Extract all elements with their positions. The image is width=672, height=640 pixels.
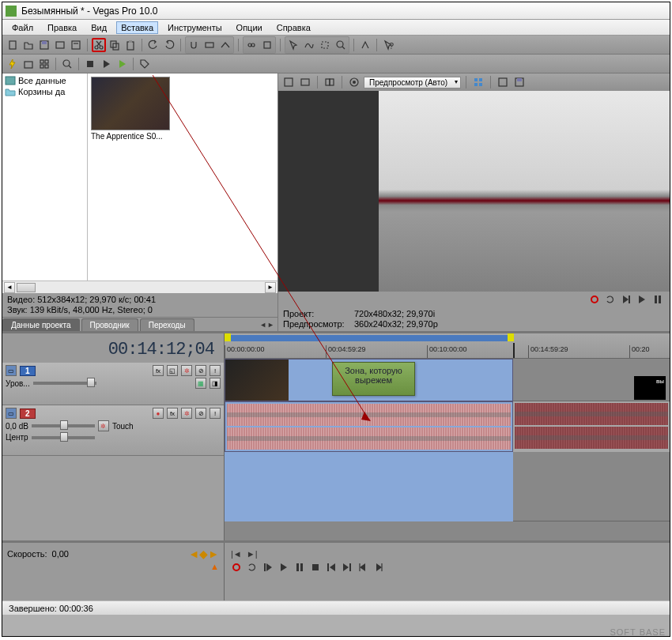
record-icon[interactable]	[231, 562, 242, 573]
split-screen-icon[interactable]	[323, 75, 337, 89]
auto-ripple-icon[interactable]	[202, 38, 217, 52]
track-min-icon[interactable]: ▭	[6, 365, 17, 376]
menu-insert[interactable]: Вставка	[116, 21, 158, 34]
menu-help[interactable]: Справка	[272, 21, 315, 34]
open-icon[interactable]	[21, 38, 36, 52]
go-start-icon[interactable]	[326, 562, 337, 573]
tab-project-data[interactable]: Данные проекта	[2, 318, 80, 331]
track-mute-icon[interactable]: ⊘	[195, 408, 206, 419]
menu-view[interactable]: Вид	[86, 21, 111, 34]
tree-trash[interactable]: Корзины да	[4, 86, 85, 97]
menu-tools[interactable]: Инструменты	[163, 21, 227, 34]
audio-track-lane[interactable]: 12 24 36 48	[225, 401, 670, 452]
paste-icon[interactable]	[123, 38, 138, 52]
audio-clip-2[interactable]	[513, 401, 670, 452]
import-icon[interactable]	[21, 57, 36, 71]
autoplay-icon[interactable]	[115, 57, 129, 71]
black-clip[interactable]: вы	[634, 376, 666, 400]
loop-icon[interactable]	[247, 562, 258, 573]
vol-slider[interactable]	[32, 424, 95, 427]
normal-edit-icon[interactable]	[286, 38, 300, 52]
menu-file[interactable]: Файл	[7, 21, 38, 34]
tag-icon[interactable]	[138, 57, 152, 71]
zoom-edit-icon[interactable]	[334, 38, 348, 52]
lightning-icon[interactable]	[6, 57, 20, 71]
undo-icon[interactable]	[146, 38, 160, 52]
pan-slider[interactable]	[32, 436, 95, 439]
properties-icon[interactable]	[69, 38, 83, 52]
ignore-event-icon[interactable]	[260, 38, 274, 52]
trimmer-icon[interactable]	[358, 38, 372, 52]
next-frame-icon[interactable]	[373, 562, 384, 573]
loop-start-marker[interactable]	[225, 333, 231, 341]
audio-track-header[interactable]: ▭ 2 ● fx ✲ ⊘ ! 0,0 dB ✲ Touch Центр	[2, 405, 224, 456]
menu-edit[interactable]: Правка	[43, 21, 81, 34]
scroll-left-icon[interactable]: ◄	[4, 282, 15, 293]
auto-crossfade-icon[interactable]	[218, 38, 232, 52]
tab-prev-icon[interactable]: ◄	[259, 321, 266, 329]
track-motion-icon[interactable]: ◱	[167, 365, 178, 376]
track-fx-icon[interactable]: fx	[167, 408, 178, 419]
menu-options[interactable]: Опции	[232, 21, 267, 34]
preview-quality-icon[interactable]	[347, 75, 361, 89]
video-track-header[interactable]: ▭ 1 fx ◱ ✲ ⊘ ! Уров... ▦ ◨	[2, 363, 224, 405]
redo-icon[interactable]	[162, 38, 176, 52]
composite-icon[interactable]: ▦	[195, 378, 206, 389]
media-thumb[interactable]: The Apprentice S0...	[91, 77, 172, 141]
what-icon[interactable]: ?	[381, 38, 395, 52]
track-solo-icon[interactable]: !	[210, 408, 221, 419]
copy-icon[interactable]	[108, 38, 122, 52]
pause-icon[interactable]	[294, 562, 305, 573]
loop-icon[interactable]	[605, 294, 616, 305]
track-solo-icon[interactable]: !	[210, 365, 221, 376]
render-icon[interactable]	[53, 38, 67, 52]
loop-end-marker[interactable]	[508, 333, 514, 341]
timeline-ruler[interactable]: 00:00:00:00 00:04:59:29 00:10:00:00 00:1…	[225, 333, 670, 359]
copy-snapshot-icon[interactable]	[496, 75, 510, 89]
selection-range[interactable]	[225, 335, 513, 341]
save-snapshot-icon[interactable]	[512, 75, 527, 89]
play-preview-icon[interactable]	[99, 57, 113, 71]
track-mute-icon[interactable]: ⊘	[195, 365, 206, 376]
play-start-icon[interactable]	[621, 294, 632, 305]
marker-nav-icon[interactable]: ►|	[247, 549, 258, 559]
marker-icon[interactable]: ▲	[210, 562, 219, 571]
new-icon[interactable]	[6, 38, 20, 52]
arm-record-icon[interactable]: ●	[153, 408, 164, 419]
timeline-tracks[interactable]: 00:00:00:00 00:04:59:29 00:10:00:00 00:1…	[225, 333, 670, 540]
preview-properties-icon[interactable]	[281, 75, 296, 89]
selection-edit-icon[interactable]	[318, 38, 332, 52]
tree-all-data[interactable]: Все данные	[4, 75, 85, 86]
tab-next-icon[interactable]: ►	[267, 321, 274, 329]
level-slider[interactable]	[33, 382, 96, 385]
shuttle-icon[interactable]: ◄◆►	[188, 548, 219, 560]
play-start-icon[interactable]	[262, 562, 274, 573]
play-icon[interactable]	[278, 562, 289, 573]
prev-frame-icon[interactable]	[357, 562, 368, 573]
record-icon[interactable]	[589, 294, 600, 305]
automation-mode-icon[interactable]: ✲	[98, 420, 109, 431]
go-end-icon[interactable]	[342, 562, 353, 573]
audio-clip[interactable]	[225, 401, 513, 452]
video-track-lane[interactable]: Зона, которую вырежем вы	[225, 359, 670, 401]
stop-preview-icon[interactable]	[83, 57, 97, 71]
empty-track-lane[interactable]	[225, 452, 670, 521]
track-fx-icon[interactable]: fx	[153, 365, 164, 376]
playhead[interactable]	[513, 343, 515, 358]
play-icon[interactable]	[636, 294, 647, 305]
track-automation-icon[interactable]: ✲	[181, 408, 192, 419]
overlays-icon[interactable]	[471, 75, 485, 89]
track-automation-icon[interactable]: ✲	[181, 365, 192, 376]
tab-explorer[interactable]: Проводник	[81, 318, 138, 331]
tree-scrollbar[interactable]: ◄ ►	[2, 280, 277, 293]
pause-icon[interactable]	[652, 294, 663, 305]
parent-icon[interactable]: ◨	[210, 378, 221, 389]
scroll-thumb[interactable]	[17, 283, 36, 292]
lock-envelope-icon[interactable]	[244, 38, 259, 52]
stop-icon[interactable]	[310, 562, 321, 573]
track-min-icon[interactable]: ▭	[6, 408, 17, 419]
snap-icon[interactable]	[187, 38, 201, 52]
scroll-right-icon[interactable]: ►	[265, 282, 276, 293]
search-icon[interactable]	[60, 57, 74, 71]
tab-transitions[interactable]: Переходы	[140, 318, 194, 331]
